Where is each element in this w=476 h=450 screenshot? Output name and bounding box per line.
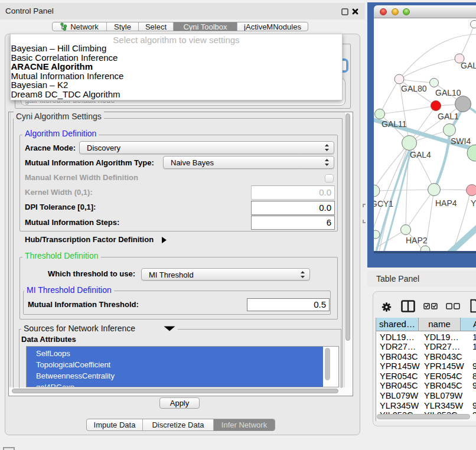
- svg-text:GAL80: GAL80: [401, 84, 427, 93]
- svg-text:GAL1: GAL1: [438, 112, 459, 121]
- svg-text:YM: YM: [471, 198, 476, 208]
- svg-text:HAP4: HAP4: [435, 198, 457, 208]
- svg-text:GAL7: GAL7: [461, 61, 476, 70]
- svg-text:SWI4: SWI4: [451, 136, 471, 146]
- svg-text:HAP2: HAP2: [406, 236, 428, 245]
- svg-text:GAL4: GAL4: [410, 150, 431, 159]
- svg-text:GAL10: GAL10: [435, 88, 461, 97]
- svg-text:GAL11: GAL11: [382, 119, 407, 129]
- svg-text:GCY1: GCY1: [374, 199, 393, 208]
